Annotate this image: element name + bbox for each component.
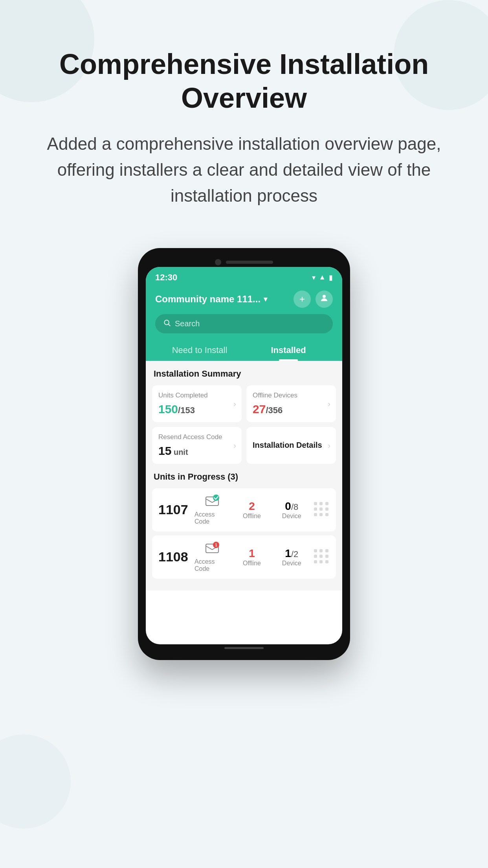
status-time: 12:30: [155, 272, 177, 283]
phone-frame: 12:30 ▾ ▲ ▮ Community name 111... ▾ +: [138, 248, 350, 660]
resend-count: 15: [158, 444, 171, 457]
app-header: Community name 111... ▾ +: [146, 286, 342, 361]
offline-devices-label: Offline Devices: [253, 392, 330, 399]
resend-access-code-label: Resend Access Code: [158, 433, 235, 441]
unit-offline-1108: 1 Offline: [234, 547, 269, 567]
units-completed-card[interactable]: Units Completed 150/153 ›: [152, 385, 242, 422]
installation-summary-title: Installation Summary: [152, 369, 336, 379]
units-completed-arrow: ›: [233, 399, 236, 408]
avatar-button[interactable]: [316, 291, 333, 308]
installation-details-text: Installation Details: [253, 441, 322, 450]
unit-number-1107: 1107: [158, 502, 190, 517]
phone-camera: [215, 259, 221, 265]
chevron-down-icon: ▾: [264, 295, 267, 303]
units-completed-label: Units Completed: [158, 392, 235, 399]
unit-row-1108[interactable]: 1108 1 Access: [152, 535, 336, 579]
access-code-label-1108: Access Code: [194, 558, 229, 572]
device-value-1108: 1/2: [285, 547, 298, 560]
offline-label-1108: Offline: [243, 560, 261, 567]
units-in-progress-section: Units in Progress (3) 1107: [152, 472, 336, 579]
signal-icon: ▲: [319, 273, 326, 281]
search-icon: [163, 319, 171, 329]
resend-access-code-value: 15 unit: [158, 444, 235, 458]
screen-content: Installation Summary Units Completed 150…: [146, 361, 342, 590]
home-indicator: [224, 647, 264, 649]
offline-devices-total: /356: [266, 405, 283, 415]
unit-access-code-1107: Access Code: [194, 495, 229, 525]
page-subtitle: Added a comprehensive installation overv…: [31, 131, 457, 209]
community-name-container[interactable]: Community name 111... ▾: [155, 294, 267, 305]
unit-row-1107[interactable]: 1107 Access C: [152, 488, 336, 531]
phone-bottom: [146, 644, 342, 652]
status-bar: 12:30 ▾ ▲ ▮: [146, 267, 342, 286]
tabs-container: Need to Install Installed: [155, 340, 333, 361]
phone-top-bar: [146, 256, 342, 267]
offline-devices-value: 27/356: [253, 403, 330, 416]
header-section: Comprehensive Installation Overview Adde…: [0, 0, 488, 232]
svg-text:1: 1: [215, 543, 217, 547]
phone-screen: 12:30 ▾ ▲ ▮ Community name 111... ▾ +: [146, 267, 342, 644]
installation-details-card[interactable]: Installation Details ›: [246, 427, 336, 464]
wifi-icon: ▾: [312, 273, 316, 282]
units-completed-total: /153: [178, 405, 195, 415]
offline-devices-number: 27: [253, 403, 266, 416]
summary-grid: Units Completed 150/153 › Offline Device…: [152, 385, 336, 464]
unit-number-1108: 1108: [158, 549, 190, 565]
unit-access-code-1108: 1 Access Code: [194, 542, 229, 572]
offline-label-1107: Offline: [243, 513, 261, 520]
status-icons: ▾ ▲ ▮: [312, 273, 333, 282]
unit-offline-1107: 2 Offline: [234, 500, 269, 520]
unit-device-1108: 1/2 Device: [274, 547, 309, 567]
app-header-top: Community name 111... ▾ +: [155, 291, 333, 308]
device-label-1108: Device: [282, 560, 301, 567]
unit-grid-icon-1108: [314, 549, 330, 565]
units-completed-number: 150: [158, 403, 178, 416]
access-code-label-1107: Access Code: [194, 511, 229, 525]
offline-devices-arrow: ›: [328, 399, 330, 408]
bg-decoration-bottom-left: [0, 734, 71, 829]
avatar-icon: [319, 293, 329, 305]
header-actions: +: [294, 291, 333, 308]
offline-value-1107: 2: [249, 500, 255, 513]
access-code-icon-1107: [205, 495, 219, 509]
phone-mockup-container: 12:30 ▾ ▲ ▮ Community name 111... ▾ +: [0, 232, 488, 691]
resend-unit: unit: [171, 448, 188, 456]
units-in-progress-title: Units in Progress (3): [152, 472, 336, 482]
add-button[interactable]: +: [294, 291, 311, 308]
installation-details-arrow: ›: [328, 441, 330, 450]
tab-installed[interactable]: Installed: [244, 340, 333, 361]
offline-value-1108: 1: [249, 547, 255, 560]
units-completed-value: 150/153: [158, 403, 235, 416]
tab-need-to-install[interactable]: Need to Install: [155, 340, 244, 361]
device-label-1107: Device: [282, 513, 301, 520]
plus-icon: +: [299, 294, 305, 305]
svg-point-1: [164, 320, 169, 325]
search-bar[interactable]: Search: [155, 314, 333, 333]
svg-line-2: [169, 324, 171, 326]
phone-speaker: [226, 261, 273, 264]
resend-access-code-arrow: ›: [233, 441, 236, 450]
page-title: Comprehensive Installation Overview: [31, 47, 457, 115]
unit-grid-icon-1107: [314, 502, 330, 518]
device-value-1107: 0/8: [285, 500, 298, 513]
access-code-icon-1108: 1: [205, 542, 219, 557]
offline-devices-card[interactable]: Offline Devices 27/356 ›: [246, 385, 336, 422]
search-placeholder: Search: [175, 319, 200, 328]
resend-access-code-card[interactable]: Resend Access Code 15 unit ›: [152, 427, 242, 464]
battery-icon: ▮: [329, 273, 333, 282]
community-name-text: Community name 111...: [155, 294, 261, 305]
unit-device-1107: 0/8 Device: [274, 500, 309, 520]
svg-point-0: [323, 295, 326, 298]
